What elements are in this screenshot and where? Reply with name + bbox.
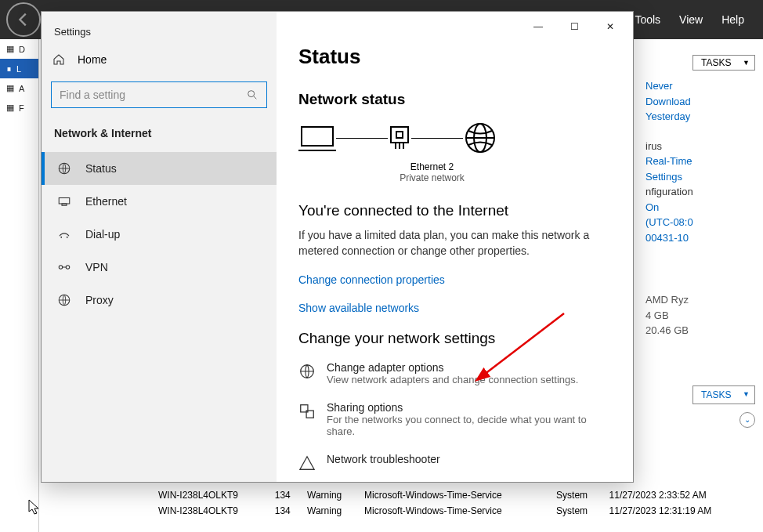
bg-right-panel: TASKS Never Download Yesterday irus Real… xyxy=(645,55,755,516)
tasks-dropdown[interactable]: TASKS xyxy=(692,385,755,404)
bg-link[interactable]: Download xyxy=(645,94,755,110)
nav-label: Ethernet xyxy=(85,195,127,208)
nav-label: Dial-up xyxy=(85,228,120,241)
computer-icon xyxy=(298,124,336,152)
svg-rect-14 xyxy=(396,132,403,138)
option-title: Sharing options xyxy=(327,401,609,414)
option-desc: View network adapters and change connect… xyxy=(327,374,578,385)
search-icon xyxy=(246,89,259,101)
globe-icon xyxy=(298,363,316,380)
expand-circle[interactable]: ⌄ xyxy=(739,412,755,428)
bg-label: nfiguration xyxy=(645,184,755,200)
window-title: Settings xyxy=(54,26,91,38)
home-label: Home xyxy=(78,53,107,66)
page-title: Status xyxy=(298,45,609,69)
bg-left-item[interactable]: ∎ L xyxy=(0,59,38,78)
nav-label: VPN xyxy=(85,261,108,273)
bg-link[interactable]: 00431-10 xyxy=(645,230,755,246)
svg-rect-11 xyxy=(302,127,333,146)
proxy-icon xyxy=(57,293,71,307)
bg-spec: 20.46 GB xyxy=(645,323,755,338)
dialup-icon xyxy=(57,227,71,241)
menu-tools[interactable]: Tools xyxy=(635,13,660,26)
nav-label: Proxy xyxy=(85,294,114,306)
option-troubleshoot[interactable]: Network troubleshooter xyxy=(298,453,609,472)
mouse-cursor xyxy=(28,499,42,516)
bg-link[interactable]: Yesterday xyxy=(645,109,755,125)
svg-rect-13 xyxy=(391,127,408,143)
bg-links: Never Download Yesterday irus Real-Time … xyxy=(645,78,755,436)
event-log: WIN-I238L4OLKT9134WarningMicrosoft-Windo… xyxy=(157,487,755,526)
status-icon xyxy=(57,161,71,176)
change-connection-link[interactable]: Change connection properties xyxy=(298,273,609,286)
table-row[interactable]: WIN-I238L4OLKT9134WarningMicrosoft-Windo… xyxy=(158,504,754,518)
bg-left-item[interactable]: ▦ A xyxy=(0,78,38,98)
option-title: Change adapter options xyxy=(327,361,578,374)
nav-dialup[interactable]: Dial-up xyxy=(42,218,277,251)
nav-vpn[interactable]: VPN xyxy=(42,251,277,284)
bg-link[interactable]: (UTC-08:0 xyxy=(645,215,755,230)
bg-spec: AMD Ryz xyxy=(645,292,755,308)
nav-label: Status xyxy=(85,162,117,175)
svg-point-7 xyxy=(59,266,63,270)
bg-menu: Tools View Help xyxy=(635,13,763,26)
search-input[interactable] xyxy=(60,89,246,101)
option-sharing[interactable]: Sharing options For the networks you con… xyxy=(298,401,609,437)
menu-help[interactable]: Help xyxy=(721,13,744,26)
search-box[interactable] xyxy=(51,81,267,108)
nav-status[interactable]: Status xyxy=(42,152,277,185)
bg-left-item[interactable]: ▦ D xyxy=(0,39,38,59)
svg-rect-4 xyxy=(62,204,67,205)
back-button[interactable] xyxy=(6,2,41,37)
bg-label: irus xyxy=(645,139,755,154)
svg-point-6 xyxy=(67,237,68,238)
svg-point-8 xyxy=(66,266,70,270)
settings-main: Status Network status Ethernet 2 Private… xyxy=(277,12,633,482)
bg-spec: 4 GB xyxy=(645,308,755,324)
bg-left-item[interactable]: ▦ F xyxy=(0,98,38,118)
svg-point-0 xyxy=(248,91,255,97)
tasks-dropdown[interactable]: TASKS xyxy=(692,55,755,71)
option-adapter[interactable]: Change adapter options View network adap… xyxy=(298,361,609,385)
bg-link[interactable]: On xyxy=(645,200,755,215)
change-settings-heading: Change your network settings xyxy=(298,330,609,347)
table-row[interactable]: WIN-I238L4OLKT9134WarningMicrosoft-Windo… xyxy=(158,488,754,502)
option-title: Network troubleshooter xyxy=(327,453,440,465)
settings-nav: Status Ethernet Dial-up VPN Proxy xyxy=(42,152,277,317)
section-heading: Network status xyxy=(298,91,609,108)
adapter-label: Ethernet 2 Private network xyxy=(367,161,497,183)
warning-icon xyxy=(298,454,316,472)
nav-proxy[interactable]: Proxy xyxy=(42,284,277,317)
home-icon xyxy=(52,53,65,66)
sharing-icon xyxy=(298,403,316,420)
settings-window: — ☐ ✕ Settings Home Network & Internet S… xyxy=(41,11,634,483)
option-desc: For the networks you connect to, decide … xyxy=(327,414,609,437)
bg-link[interactable]: Real-Time xyxy=(645,154,755,169)
status-heading: You're connected to the Internet xyxy=(298,202,609,219)
vpn-icon xyxy=(57,260,71,274)
adapter-icon xyxy=(388,124,411,152)
svg-rect-3 xyxy=(59,198,70,204)
bg-link[interactable]: Never xyxy=(645,78,755,94)
bg-left-nav: ▦ D ∎ L ▦ A ▦ F xyxy=(0,39,39,532)
ethernet-icon xyxy=(57,194,71,208)
globe-icon xyxy=(463,121,497,155)
menu-view[interactable]: View xyxy=(679,13,703,26)
category-heading: Network & Internet xyxy=(42,127,277,152)
svg-point-5 xyxy=(60,237,62,238)
bg-link[interactable]: Settings xyxy=(645,169,755,185)
network-diagram xyxy=(298,121,609,155)
nav-ethernet[interactable]: Ethernet xyxy=(42,185,277,218)
svg-line-1 xyxy=(254,96,256,99)
show-networks-link[interactable]: Show available networks xyxy=(298,302,609,314)
status-body: If you have a limited data plan, you can… xyxy=(298,227,609,259)
settings-sidebar: Settings Home Network & Internet Status … xyxy=(42,12,277,482)
home-link[interactable]: Home xyxy=(42,53,277,81)
